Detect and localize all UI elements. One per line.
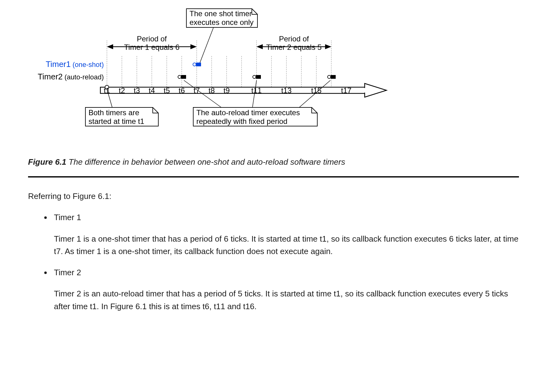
figure-6-1-diagram: Period of Timer 1 equals 6 Period of Tim…	[28, 3, 519, 134]
svg-rect-26	[181, 75, 186, 79]
period-1-label-l2: Timer 1 equals 6	[124, 43, 180, 51]
svg-rect-24	[196, 63, 201, 66]
note-auto-l1: The auto-reload timer executes	[196, 108, 300, 117]
period-1-label-l1: Period of	[137, 35, 167, 43]
timer1-row-label: Timer1(one-shot)	[46, 59, 104, 69]
tick-t4: t4	[149, 86, 155, 95]
timer1-title: Timer 1	[54, 211, 519, 224]
tick-t9: t9	[223, 86, 230, 95]
note-one-shot-l2: executes once only	[190, 18, 253, 26]
tick-t13: t13	[281, 86, 291, 95]
tick-t1: t1	[104, 86, 110, 95]
tick-t15: t15	[311, 86, 321, 95]
tick-t11: t11	[251, 86, 262, 95]
tick-t8: t8	[209, 86, 215, 95]
svg-point-27	[253, 75, 256, 78]
svg-marker-18	[190, 44, 197, 49]
tick-t5: t5	[164, 86, 170, 95]
timer-description-list: Timer 1 Timer 1 is a one-shot timer that…	[28, 211, 519, 313]
svg-line-37	[299, 80, 330, 107]
figure-caption: Figure 6.1 The difference in behavior be…	[28, 157, 519, 167]
svg-point-25	[178, 75, 181, 78]
svg-marker-17	[107, 44, 113, 49]
period-2-label-l1: Period of	[279, 35, 309, 43]
figure-caption-text: The difference in behavior between one-s…	[66, 157, 345, 167]
svg-rect-28	[256, 75, 261, 79]
list-item-timer1: Timer 1 Timer 1 is a one-shot timer that…	[51, 211, 519, 257]
note-start-l2: started at time t1	[89, 117, 144, 125]
svg-point-29	[328, 75, 331, 78]
timer2-callback-t11	[253, 75, 261, 79]
note-auto-l2: repeatedly with fixed period	[196, 117, 287, 125]
note-one-shot: The one shot timer executes once only	[186, 9, 257, 64]
svg-line-35	[184, 80, 221, 107]
svg-marker-21	[325, 44, 331, 49]
tick-t2: t2	[119, 86, 125, 95]
svg-marker-20	[257, 44, 263, 49]
svg-marker-32	[365, 83, 386, 97]
timer2-body: Timer 2 is an auto-reload timer that has…	[54, 287, 519, 313]
svg-rect-31	[100, 87, 365, 93]
intro-text: Referring to Figure 6.1:	[28, 190, 519, 202]
svg-point-23	[193, 63, 196, 66]
timer1-body: Timer 1 is a one-shot timer that has a p…	[54, 233, 519, 258]
svg-rect-30	[331, 75, 336, 79]
svg-line-22	[199, 27, 214, 64]
timer2-row-label: Timer2(auto-reload)	[38, 72, 104, 81]
timer2-callback-t6	[178, 75, 186, 79]
list-item-timer2: Timer 2 Timer 2 is an auto-reload timer …	[51, 266, 519, 313]
svg-rect-33	[364, 88, 366, 93]
tick-t7: t7	[194, 86, 200, 95]
timer1-callback-marker	[193, 63, 201, 66]
figure-caption-number: Figure 6.1	[28, 157, 66, 167]
timer2-callback-t16	[328, 75, 336, 79]
tick-t17: t17	[341, 86, 351, 95]
timer-diagram-svg: Period of Timer 1 equals 6 Period of Tim…	[28, 3, 519, 134]
horizontal-rule	[28, 176, 519, 177]
tick-t6: t6	[179, 86, 185, 95]
period-2-arrow: Period of Timer 2 equals 5	[257, 35, 331, 51]
tick-t3: t3	[134, 86, 140, 95]
period-1-arrow: Period of Timer 1 equals 6	[107, 35, 197, 51]
timer2-title: Timer 2	[54, 266, 519, 279]
note-start-l1: Both timers are	[89, 108, 139, 117]
note-one-shot-l1: The one shot timer	[190, 9, 252, 18]
period-2-label-l2: Timer 2 equals 5	[266, 43, 322, 51]
